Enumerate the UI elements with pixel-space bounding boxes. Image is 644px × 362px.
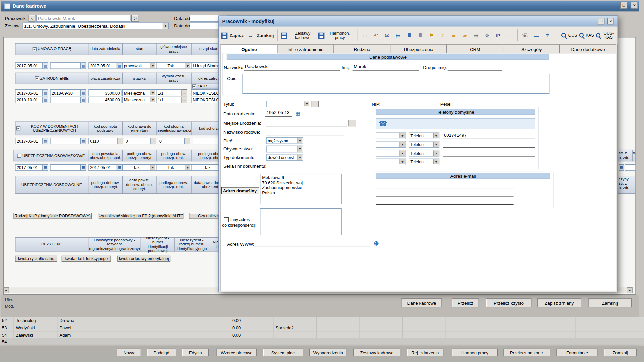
phone-prefix-select[interactable]: ▼ bbox=[376, 133, 406, 139]
zestawy-kadrowe-button[interactable]: Zestawy kadrowe bbox=[353, 349, 400, 356]
tab-inf-o-zatrudnieniu[interactable]: Inf. o zatrudnieniu bbox=[277, 44, 334, 54]
calendar-icon[interactable]: ▦ bbox=[117, 164, 122, 171]
kwota-ryczaltu-button[interactable]: kwota ryczałtu sam. bbox=[15, 256, 57, 262]
system-plac-button[interactable]: System płac bbox=[263, 349, 303, 356]
podglad-button[interactable]: Podgląd bbox=[147, 349, 176, 356]
car-icon[interactable]: ▬ bbox=[532, 32, 541, 38]
data-powstania-field[interactable]: 2017-05-01 bbox=[88, 164, 117, 171]
prev-employee-button[interactable]: < bbox=[28, 15, 35, 22]
adres-domyslny-button[interactable]: Adres domyślny. bbox=[221, 187, 259, 194]
phone-number-input[interactable] bbox=[443, 150, 535, 157]
formularze-button[interactable]: Formularze bbox=[556, 349, 597, 356]
calendar-icon[interactable]: ▦ bbox=[80, 97, 86, 103]
ellipsis-button[interactable]: ... bbox=[185, 138, 190, 144]
kas-search-button[interactable]: KAS bbox=[579, 33, 594, 38]
zatr-do-field[interactable]: 2018-09-30 bbox=[50, 89, 80, 96]
kod-prawa-field[interactable]: 0 bbox=[124, 138, 151, 144]
adres-www-input[interactable] bbox=[254, 241, 370, 247]
kod-podmiotu-field[interactable]: 0110 bbox=[88, 138, 118, 144]
fax-icon[interactable]: ☏ bbox=[521, 32, 530, 38]
data-zatrudnienia-field[interactable]: 2017-05-01 bbox=[88, 62, 117, 69]
email-input[interactable] bbox=[376, 191, 513, 196]
data-urodzenia-input[interactable]: 1952-05-13 bbox=[265, 110, 292, 117]
phone-number-input[interactable] bbox=[443, 159, 535, 165]
collapse-icon[interactable]: − bbox=[17, 154, 21, 158]
table-row[interactable]: 53 Wodyński Paweł 0.00 Sprzedaż bbox=[0, 324, 644, 331]
nowy-button[interactable]: Nowy bbox=[117, 349, 141, 356]
email-input[interactable] bbox=[376, 183, 513, 188]
save-icon[interactable] bbox=[281, 32, 287, 38]
zatr-od-field[interactable]: 2017-05-01 bbox=[15, 89, 43, 96]
report-icon[interactable]: ▤ bbox=[394, 32, 403, 38]
seria-dokumentu-input[interactable] bbox=[266, 163, 346, 169]
umowa-do-field[interactable] bbox=[50, 62, 80, 69]
uo-od-field[interactable]: 2017-05-01 bbox=[15, 164, 43, 171]
tab-rodzina[interactable]: Rodzina bbox=[334, 44, 390, 54]
zapisz-button[interactable]: Zapisz bbox=[229, 33, 244, 38]
phone-prefix-select[interactable]: ▼ bbox=[376, 150, 406, 157]
calendar-icon[interactable]: ▦ bbox=[43, 97, 48, 103]
phone-prefix-select[interactable]: ▼ bbox=[376, 159, 406, 165]
zatr-do-field[interactable] bbox=[50, 97, 80, 103]
scroll-right-icon[interactable]: ► bbox=[627, 287, 633, 293]
gus-search-button[interactable]: GUS bbox=[561, 33, 577, 38]
email-input[interactable] bbox=[376, 199, 513, 205]
restore-icon[interactable]: □ bbox=[598, 18, 605, 25]
tag-icon[interactable]: ⚑ bbox=[427, 32, 436, 38]
obywatelstwo-select[interactable]: ▼ bbox=[266, 146, 303, 153]
typ-dokumentu-select[interactable]: dowód osobist ▼ bbox=[266, 154, 303, 161]
ellipsis-button[interactable]: ... bbox=[311, 101, 319, 107]
dane-kadrowe-button[interactable]: Dane kadrowe bbox=[401, 298, 442, 307]
nazwisko-input[interactable]: Paszkowski bbox=[244, 64, 340, 71]
kody-do-field[interactable] bbox=[50, 138, 80, 144]
pesel-input[interactable] bbox=[454, 101, 511, 107]
imie-input[interactable]: Marek bbox=[353, 64, 419, 71]
plec-select[interactable]: mężczyzna ▼ bbox=[266, 137, 303, 144]
undo-icon[interactable]: ↶ bbox=[372, 32, 381, 38]
calendar-icon[interactable]: ▦ bbox=[43, 62, 48, 69]
close-icon[interactable]: × bbox=[607, 18, 614, 25]
scroll-left-icon[interactable]: ◄ bbox=[3, 287, 9, 293]
drugie-imie-input[interactable] bbox=[448, 64, 502, 71]
kod-stopnia-field[interactable]: 0 bbox=[158, 138, 185, 144]
placa-field[interactable]: 3500.00 bbox=[88, 89, 121, 96]
phone-type-select[interactable]: Telefon▼ bbox=[409, 133, 439, 139]
zamknij-main-button[interactable]: Zamknij bbox=[588, 298, 632, 307]
calendar-icon[interactable]: ▦ bbox=[43, 138, 48, 144]
nip-input[interactable] bbox=[382, 101, 435, 107]
adres-domyslny-textarea[interactable]: Metalowa 6 70 620 Szczecin, woj. Zachodn… bbox=[260, 174, 342, 204]
kwota-odprawy-button[interactable]: kwota odprawy emerytalnej bbox=[117, 256, 170, 262]
inny-adres-checkbox[interactable] bbox=[224, 217, 229, 222]
folder-open-icon[interactable]: ▰ bbox=[449, 32, 458, 38]
zamknij-bottom-button[interactable]: Zamknij bbox=[604, 349, 637, 356]
collapse-icon[interactable]: − bbox=[16, 126, 20, 130]
stawka-select[interactable]: Miesięczna ▼ bbox=[122, 97, 156, 103]
zatr-od-field[interactable]: 2018-10-01 bbox=[15, 97, 43, 103]
stawka-select[interactable]: Miesięczna ▼ bbox=[122, 89, 156, 96]
calendar-icon[interactable]: ▦ bbox=[80, 62, 86, 69]
save-icon[interactable] bbox=[318, 32, 324, 38]
calendar-icon[interactable]: ▦ bbox=[43, 89, 48, 96]
umbrella-icon[interactable]: ☂ bbox=[543, 32, 552, 38]
zestawy-kadrowe-toolbar-button[interactable]: Zestawy kadrowe bbox=[289, 31, 316, 40]
przelicz-button[interactable]: Przelicz bbox=[452, 298, 479, 307]
opis-textarea[interactable] bbox=[242, 74, 549, 94]
harmonogram-pracy-button[interactable]: Harmonon. pracy bbox=[326, 31, 354, 40]
edge-field[interactable] bbox=[625, 164, 636, 171]
wymiar-field[interactable]: 1/1 bbox=[156, 89, 182, 96]
save-icon[interactable] bbox=[221, 32, 227, 38]
phone-prefix-select[interactable]: ▼ bbox=[376, 141, 406, 148]
emeryt-select[interactable]: Tak ▼ bbox=[122, 164, 156, 171]
przekszt-button[interactable]: Przekszt.na kontr. bbox=[503, 349, 550, 356]
document-icon[interactable]: ▤ bbox=[471, 32, 480, 38]
tab-crm[interactable]: CRM bbox=[447, 44, 503, 54]
skladka-fp-button[interactable]: Czy naliczać składkę na FP ? (domyślnie … bbox=[99, 213, 183, 219]
monitor-icon[interactable]: ▭ bbox=[505, 32, 514, 38]
ellipsis-button[interactable]: ... bbox=[151, 138, 156, 144]
tytul-select[interactable]: ▼ bbox=[266, 101, 310, 107]
table-row[interactable]: 52 Technolog Drewna 0.00 bbox=[0, 317, 644, 324]
wynagrodzenia-button[interactable]: Wynagrodzenia bbox=[309, 349, 347, 356]
close-icon[interactable]: × bbox=[631, 2, 638, 9]
calendar-icon[interactable]: ▦ bbox=[80, 138, 86, 144]
restore-icon[interactable]: □ bbox=[620, 2, 627, 9]
